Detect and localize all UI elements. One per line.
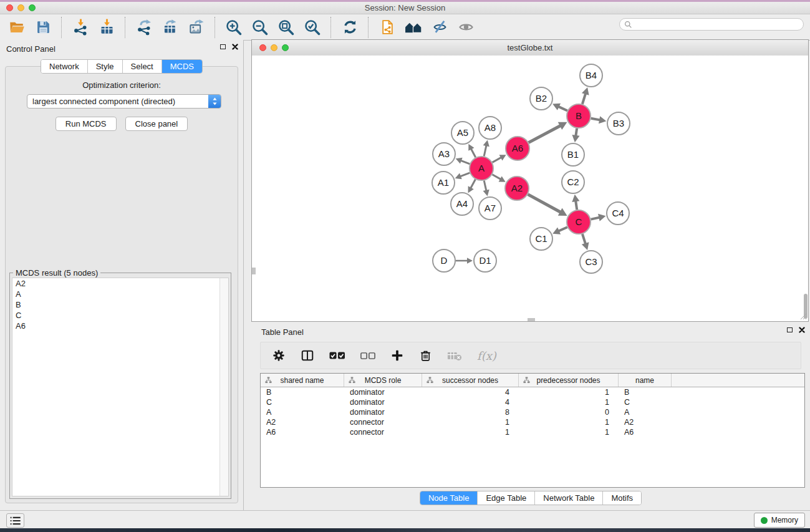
- resize-grip-icon[interactable]: [799, 312, 807, 320]
- mcds-result-item[interactable]: C: [12, 310, 228, 321]
- tab-network-table[interactable]: Network Table: [535, 491, 603, 505]
- tab-style[interactable]: Style: [88, 60, 123, 73]
- node-C1[interactable]: C1: [530, 228, 552, 250]
- node-C3[interactable]: C3: [580, 251, 602, 273]
- node-table[interactable]: shared nameMCDS rolesuccessor nodesprede…: [260, 373, 805, 488]
- node-A8[interactable]: A8: [479, 117, 501, 139]
- import-table-icon[interactable]: [96, 17, 117, 37]
- close-panel-button[interactable]: Close panel: [125, 117, 188, 131]
- column-header-name[interactable]: name: [619, 374, 672, 387]
- canvas-scroll-mark-bottom[interactable]: [528, 318, 535, 321]
- search-field[interactable]: [619, 18, 804, 31]
- mcds-result-list[interactable]: A2ABCA6: [12, 278, 229, 496]
- tab-edge-table[interactable]: Edge Table: [478, 491, 535, 505]
- node-A[interactable]: A: [470, 157, 493, 180]
- mcds-result-item[interactable]: A: [12, 289, 228, 299]
- edge-B-B4[interactable]: [582, 94, 586, 104]
- deselect-all-icon[interactable]: [360, 352, 375, 360]
- node-A5[interactable]: A5: [451, 122, 474, 144]
- close-panel-icon[interactable]: [232, 44, 238, 50]
- node-C[interactable]: C: [567, 210, 591, 234]
- function-builder-icon[interactable]: f(x): [477, 349, 496, 362]
- hide-graphics-details-icon[interactable]: [429, 17, 450, 37]
- close-panel-icon[interactable]: [799, 327, 805, 333]
- export-table-icon[interactable]: [160, 17, 181, 37]
- criterion-select[interactable]: largest connected component (directed): [27, 94, 221, 109]
- mcds-result-item[interactable]: A6: [12, 321, 228, 331]
- edge-B-B2[interactable]: [559, 107, 567, 111]
- canvas-scroll-mark-left[interactable]: [252, 268, 256, 274]
- export-image-icon[interactable]: [186, 17, 207, 37]
- tab-network[interactable]: Network: [41, 60, 88, 73]
- home-icon[interactable]: [403, 17, 424, 37]
- refresh-icon[interactable]: [339, 17, 360, 37]
- task-history-button[interactable]: [6, 513, 24, 528]
- edge-B-B1[interactable]: [576, 128, 577, 136]
- delete-table-icon[interactable]: [447, 351, 462, 361]
- node-B2[interactable]: B2: [530, 87, 552, 110]
- mcds-result-item[interactable]: A2: [12, 278, 228, 289]
- float-panel-icon[interactable]: [220, 44, 226, 49]
- node-A2[interactable]: A2: [505, 177, 529, 200]
- node-C2[interactable]: C2: [562, 171, 584, 193]
- show-graphics-details-icon[interactable]: [455, 17, 476, 37]
- node-B1[interactable]: B1: [562, 143, 584, 166]
- select-all-icon[interactable]: [329, 351, 345, 360]
- edge-A2-C[interactable]: [528, 195, 561, 213]
- table-row[interactable]: Bdominator41B: [261, 387, 804, 397]
- open-file-icon[interactable]: [6, 17, 27, 37]
- columns-icon[interactable]: [301, 349, 314, 362]
- edge-A6-B[interactable]: [529, 125, 561, 142]
- node-B4[interactable]: B4: [580, 64, 602, 87]
- tab-node-table[interactable]: Node Table: [420, 491, 478, 505]
- column-header-shared-name[interactable]: shared name: [261, 374, 344, 387]
- result-list-scrollbar[interactable]: [219, 278, 228, 496]
- edge-C-C1[interactable]: [559, 227, 567, 231]
- edge-A-A5[interactable]: [471, 148, 475, 157]
- edge-A-A1[interactable]: [460, 173, 470, 177]
- new-session-icon[interactable]: [377, 17, 398, 37]
- column-header-successor-nodes[interactable]: successor nodes: [422, 374, 519, 387]
- node-A7[interactable]: A7: [479, 197, 501, 220]
- column-header-MCDS-role[interactable]: MCDS role: [344, 374, 422, 387]
- node-A3[interactable]: A3: [433, 143, 455, 165]
- node-B[interactable]: B: [567, 104, 591, 128]
- network-canvas[interactable]: B4B2BB3A8A5A6A3B1AA1C2A2A4A7C4CC1C3DD1: [252, 56, 808, 321]
- edge-A-A8[interactable]: [484, 145, 486, 156]
- edge-C-C2[interactable]: [576, 201, 577, 210]
- mcds-result-item[interactable]: B: [12, 299, 228, 310]
- save-session-icon[interactable]: [32, 17, 54, 37]
- memory-button[interactable]: Memory: [754, 513, 805, 528]
- edge-C-C4[interactable]: [591, 218, 600, 220]
- export-network-icon[interactable]: [133, 17, 155, 37]
- table-row[interactable]: A2connector11A2: [261, 417, 804, 427]
- node-C4[interactable]: C4: [607, 202, 629, 225]
- search-input[interactable]: [635, 19, 803, 29]
- tab-mcds[interactable]: MCDS: [162, 60, 202, 73]
- import-network-icon[interactable]: [70, 17, 91, 37]
- tab-select[interactable]: Select: [123, 60, 162, 73]
- edge-C-C3[interactable]: [582, 234, 586, 244]
- node-D[interactable]: D: [433, 249, 455, 272]
- run-mcds-button[interactable]: Run MCDS: [55, 117, 117, 131]
- zoom-out-icon[interactable]: [249, 17, 271, 37]
- node-A4[interactable]: A4: [451, 193, 473, 215]
- zoom-fit-icon[interactable]: [276, 17, 297, 37]
- zoom-selected-icon[interactable]: [302, 17, 323, 37]
- delete-icon[interactable]: [419, 349, 432, 362]
- node-D1[interactable]: D1: [474, 249, 496, 272]
- table-row[interactable]: A6connector11A6: [261, 427, 804, 437]
- add-column-icon[interactable]: [390, 349, 404, 362]
- column-header-predecessor-nodes[interactable]: predecessor nodes: [519, 374, 619, 387]
- edge-A-A7[interactable]: [484, 181, 486, 191]
- tab-motifs[interactable]: Motifs: [603, 491, 641, 505]
- node-B3[interactable]: B3: [607, 112, 630, 135]
- edge-B-B3[interactable]: [591, 118, 600, 120]
- zoom-in-icon[interactable]: [223, 17, 244, 37]
- edge-A-A2[interactable]: [492, 175, 501, 180]
- node-A1[interactable]: A1: [432, 172, 455, 194]
- gear-icon[interactable]: [272, 349, 286, 362]
- edge-A-A6[interactable]: [493, 157, 501, 162]
- table-row[interactable]: Cdominator41C: [261, 397, 804, 407]
- edge-A-A4[interactable]: [471, 180, 476, 188]
